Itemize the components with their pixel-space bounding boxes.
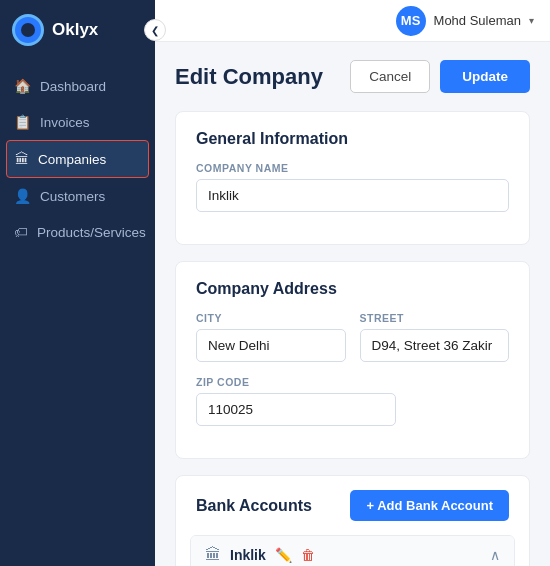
bank-account-name: Inklik <box>230 547 266 563</box>
sidebar: Oklyx ❮ 🏠 Dashboard 📋 Invoices 🏛 Compani… <box>0 0 155 566</box>
customers-icon: 👤 <box>14 188 31 204</box>
bank-building-icon: 🏛 <box>205 546 221 564</box>
sidebar-item-label: Products/Services <box>37 225 146 240</box>
bank-accounts-section: Bank Accounts + Add Bank Account 🏛 Inkli… <box>175 475 530 566</box>
sidebar-item-customers[interactable]: 👤 Customers <box>0 178 155 214</box>
sidebar-item-label: Customers <box>40 189 105 204</box>
zip-field: ZIP CODE <box>196 376 509 426</box>
add-bank-account-button[interactable]: + Add Bank Account <box>350 490 509 521</box>
general-info-card: General Information COMPANY NAME <box>175 111 530 245</box>
bank-accounts-title: Bank Accounts <box>196 497 312 515</box>
logo-icon <box>12 14 44 46</box>
street-input[interactable] <box>360 329 510 362</box>
page-content: Edit Company Cancel Update General Infor… <box>155 42 550 566</box>
zip-input[interactable] <box>196 393 396 426</box>
sidebar-item-dashboard[interactable]: 🏠 Dashboard <box>0 68 155 104</box>
company-name-input[interactable] <box>196 179 509 212</box>
bank-item-left: 🏛 Inklik ✏️ 🗑 <box>205 546 315 564</box>
bank-item-header: 🏛 Inklik ✏️ 🗑 ∧ <box>191 536 514 566</box>
city-field: CITY <box>196 312 346 362</box>
logo-text: Oklyx <box>52 20 98 40</box>
street-field: STREET <box>360 312 510 362</box>
sidebar-item-companies[interactable]: 🏛 Companies <box>6 140 149 178</box>
main-content: MS Mohd Suleman ▾ Edit Company Cancel Up… <box>155 0 550 566</box>
sidebar-item-label: Invoices <box>40 115 90 130</box>
dashboard-icon: 🏠 <box>14 78 31 94</box>
company-address-card: Company Address CITY STREET ZIP CODE <box>175 261 530 459</box>
bank-accounts-header: Bank Accounts + Add Bank Account <box>176 476 529 535</box>
page-header: Edit Company Cancel Update <box>175 60 530 93</box>
sidebar-nav: 🏠 Dashboard 📋 Invoices 🏛 Companies 👤 Cus… <box>0 60 155 258</box>
sidebar-collapse-button[interactable]: ❮ <box>144 19 166 41</box>
cancel-button[interactable]: Cancel <box>350 60 430 93</box>
zip-label: ZIP CODE <box>196 376 509 388</box>
topbar: MS Mohd Suleman ▾ <box>155 0 550 42</box>
page-title: Edit Company <box>175 64 323 90</box>
edit-bank-icon[interactable]: ✏️ <box>275 547 292 563</box>
products-icon: 🏷 <box>14 224 28 240</box>
user-menu[interactable]: MS Mohd Suleman ▾ <box>396 6 534 36</box>
street-label: STREET <box>360 312 510 324</box>
invoices-icon: 📋 <box>14 114 31 130</box>
update-button[interactable]: Update <box>440 60 530 93</box>
sidebar-item-products[interactable]: 🏷 Products/Services <box>0 214 155 250</box>
delete-bank-icon[interactable]: 🗑 <box>301 547 315 563</box>
city-input[interactable] <box>196 329 346 362</box>
general-info-title: General Information <box>196 130 509 148</box>
sidebar-item-invoices[interactable]: 📋 Invoices <box>0 104 155 140</box>
company-name-field: COMPANY NAME <box>196 162 509 212</box>
user-name: Mohd Suleman <box>434 13 521 28</box>
city-street-row: CITY STREET <box>196 312 509 362</box>
chevron-up-icon[interactable]: ∧ <box>490 547 500 563</box>
chevron-down-icon: ▾ <box>529 15 534 26</box>
company-name-label: COMPANY NAME <box>196 162 509 174</box>
sidebar-item-label: Dashboard <box>40 79 106 94</box>
avatar: MS <box>396 6 426 36</box>
header-actions: Cancel Update <box>350 60 530 93</box>
city-label: CITY <box>196 312 346 324</box>
logo-area: Oklyx ❮ <box>0 0 155 60</box>
sidebar-item-label: Companies <box>38 152 106 167</box>
bank-account-item: 🏛 Inklik ✏️ 🗑 ∧ Address: 44/5 DELHI INDI… <box>190 535 515 566</box>
companies-icon: 🏛 <box>15 151 29 167</box>
company-address-title: Company Address <box>196 280 509 298</box>
